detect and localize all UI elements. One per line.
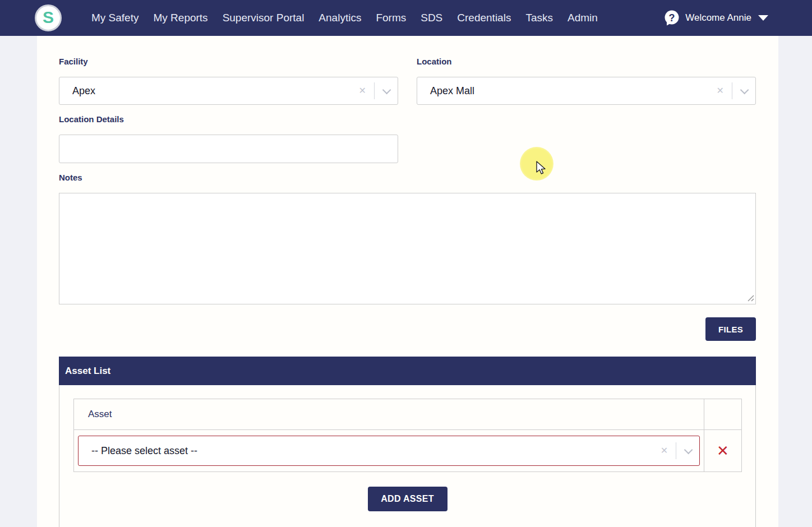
location-details-input[interactable] [59,135,398,163]
asset-table-row: -- Please select asset -- ✕ ✕ [74,430,742,472]
nav-item-analytics[interactable]: Analytics [311,12,368,24]
actions-column-header [704,399,742,430]
chevron-down-icon[interactable] [732,88,755,94]
asset-list-title: Asset List [65,366,110,377]
location-value: Apex Mall [417,85,709,97]
nav-right: ? Welcome Annie [664,10,768,26]
location-label: Location [417,57,756,66]
delete-row-button[interactable]: ✕ [717,443,729,458]
app-logo[interactable]: S [35,4,62,31]
resize-handle-icon[interactable] [746,294,754,302]
clear-x-icon[interactable]: ✕ [709,86,732,95]
nav-item-admin[interactable]: Admin [560,12,605,24]
asset-list-panel: Asset List Asset -- Please [59,357,756,527]
asset-table: Asset -- Please select asset -- ✕ [73,399,742,472]
main-content: Facility Apex ✕ Location Apex Mall ✕ [37,36,778,527]
clear-x-icon[interactable]: ✕ [653,446,676,455]
facility-field: Facility Apex ✕ [59,57,398,105]
welcome-label: Welcome Annie [685,12,751,24]
clear-x-icon[interactable]: ✕ [351,86,374,95]
nav-item-my-reports[interactable]: My Reports [146,12,215,24]
nav-item-my-safety[interactable]: My Safety [84,12,146,24]
location-details-label: Location Details [59,114,756,124]
facility-label: Facility [59,57,398,66]
nav-item-forms[interactable]: Forms [368,12,413,24]
files-button[interactable]: FILES [705,317,756,341]
nav-links: My Safety My Reports Supervisor Portal A… [84,12,605,24]
caret-down-icon [758,15,768,21]
chevron-down-icon[interactable] [375,88,398,94]
nav-item-tasks[interactable]: Tasks [518,12,560,24]
notes-label: Notes [59,173,756,182]
facility-select[interactable]: Apex ✕ [59,77,398,105]
nav-item-sds[interactable]: SDS [413,12,450,24]
nav-item-supervisor-portal[interactable]: Supervisor Portal [215,12,312,24]
svg-text:?: ? [669,12,675,24]
user-menu[interactable]: Welcome Annie [685,12,768,24]
add-asset-button[interactable]: ADD ASSET [368,487,447,511]
asset-list-body: Asset -- Please select asset -- ✕ [59,385,756,527]
facility-value: Apex [59,85,351,97]
question-bubble-icon[interactable]: ? [664,10,680,26]
asset-select[interactable]: -- Please select asset -- ✕ [78,436,700,466]
logo-s-icon: S [43,9,54,26]
notes-textarea[interactable] [59,193,756,304]
top-navbar: S My Safety My Reports Supervisor Portal… [0,0,812,36]
asset-column-header: Asset [74,399,704,430]
nav-item-credentials[interactable]: Credentials [450,12,518,24]
asset-table-header-row: Asset [74,399,742,430]
location-field: Location Apex Mall ✕ [417,57,756,105]
chevron-down-icon[interactable] [676,448,699,454]
asset-list-header: Asset List [59,357,756,385]
asset-select-value: -- Please select asset -- [79,445,653,457]
location-select[interactable]: Apex Mall ✕ [417,77,756,105]
